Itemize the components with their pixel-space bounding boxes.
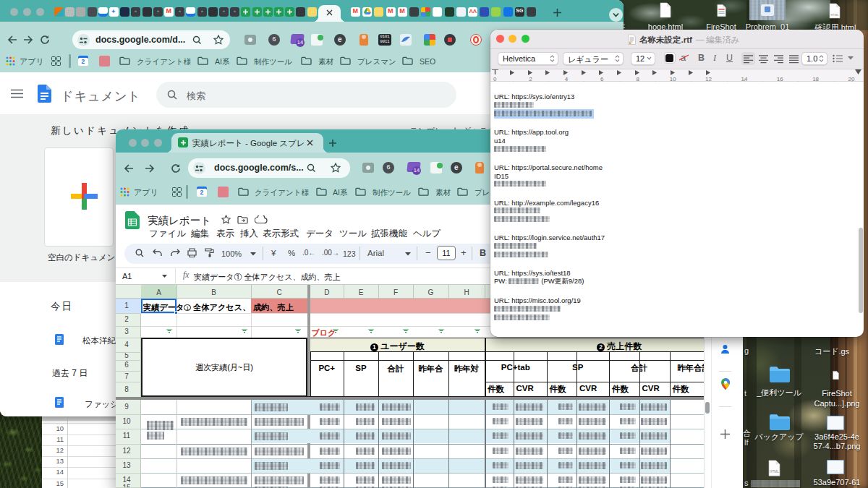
svg-text:HTML: HTML [831, 13, 840, 17]
svg-text:HTML: HTML [770, 470, 779, 474]
